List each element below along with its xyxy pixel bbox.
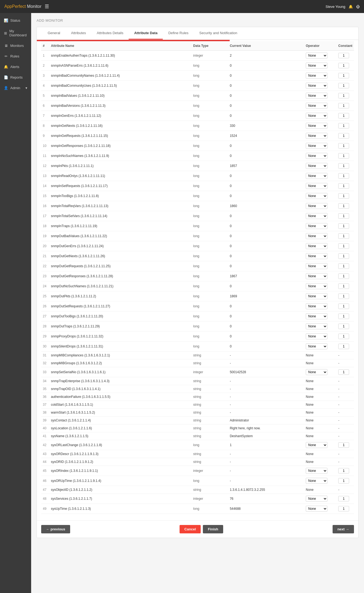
operator-select[interactable]: None<><=>==!= <box>306 283 327 289</box>
constant-input[interactable] <box>338 223 349 229</box>
operator-select[interactable]: None<><=>==!= <box>306 113 327 119</box>
operator-select[interactable]: None<><=>==!= <box>306 293 327 299</box>
operator-select[interactable]: None<><=>==!= <box>306 213 327 219</box>
constant-input[interactable] <box>338 103 349 108</box>
constant-cell[interactable] <box>337 51 354 61</box>
constant-input[interactable] <box>338 113 349 118</box>
operator-select[interactable]: None<><=>==!= <box>306 123 327 129</box>
operator-select[interactable]: None<><=>==!= <box>306 193 327 199</box>
sidebar-item-admin[interactable]: 👤 Admin ▾ <box>0 83 31 93</box>
constant-input[interactable] <box>338 243 349 249</box>
operator-select[interactable]: None<><=>==!= <box>306 103 327 109</box>
operator-select[interactable]: None<><=>==!= <box>306 233 327 239</box>
operator-select[interactable]: None<><=>==!= <box>306 313 327 319</box>
operator-cell[interactable]: None<><=>==!= <box>304 131 337 141</box>
cancel-button[interactable]: Cancel <box>180 525 201 533</box>
operator-select[interactable]: None<><=>==!= <box>306 253 327 259</box>
constant-cell[interactable] <box>337 367 354 377</box>
constant-input[interactable] <box>338 344 349 349</box>
operator-select[interactable]: None<><=>==!= <box>306 273 327 279</box>
tab-attributes[interactable]: Attributes <box>66 27 91 40</box>
operator-cell[interactable]: None<><=>==!= <box>304 301 337 311</box>
operator-cell[interactable]: None<><=>==!= <box>304 171 337 181</box>
menu-icon[interactable]: ☰ <box>45 4 49 9</box>
operator-cell[interactable]: None<><=>==!= <box>304 261 337 271</box>
operator-cell[interactable]: None<><=>==!= <box>304 121 337 131</box>
constant-cell[interactable] <box>337 341 354 352</box>
constant-input[interactable] <box>338 73 349 78</box>
constant-input[interactable] <box>338 369 349 375</box>
operator-cell[interactable]: None<><=>==!= <box>304 191 337 201</box>
operator-cell[interactable]: None<><=>==!= <box>304 331 337 341</box>
operator-select[interactable]: None<><=>==!= <box>306 369 327 375</box>
constant-cell[interactable] <box>337 321 354 331</box>
operator-cell[interactable]: None<><=>==!= <box>304 494 337 504</box>
constant-cell[interactable] <box>337 251 354 261</box>
constant-cell[interactable] <box>337 231 354 241</box>
operator-select[interactable]: None<><=>==!= <box>306 153 327 159</box>
constant-cell[interactable] <box>337 271 354 281</box>
constant-cell[interactable] <box>337 171 354 181</box>
operator-cell[interactable]: None<><=>==!= <box>304 311 337 321</box>
operator-cell[interactable]: None<><=>==!= <box>304 101 337 111</box>
constant-cell[interactable] <box>337 61 354 71</box>
sidebar-item-status[interactable]: 📊 Status <box>0 15 31 26</box>
operator-select[interactable]: None<><=>==!= <box>306 506 327 512</box>
constant-cell[interactable] <box>337 111 354 121</box>
operator-select[interactable]: None<><=>==!= <box>306 223 327 229</box>
operator-cell[interactable]: None<><=>==!= <box>304 81 337 91</box>
constant-input[interactable] <box>338 193 349 199</box>
constant-input[interactable] <box>338 468 349 473</box>
constant-input[interactable] <box>338 83 349 88</box>
constant-cell[interactable] <box>337 121 354 131</box>
operator-cell[interactable]: None<><=>==!= <box>304 221 337 231</box>
constant-input[interactable] <box>338 283 349 289</box>
constant-cell[interactable] <box>337 191 354 201</box>
constant-cell[interactable] <box>337 440 354 450</box>
operator-select[interactable]: None<><=>==!= <box>306 468 327 474</box>
constant-input[interactable] <box>338 442 349 448</box>
constant-cell[interactable] <box>337 211 354 221</box>
operator-cell[interactable]: None<><=>==!= <box>304 111 337 121</box>
constant-input[interactable] <box>338 123 349 128</box>
constant-cell[interactable] <box>337 494 354 504</box>
tab-security-notification[interactable]: Security and Notification <box>194 27 243 40</box>
constant-input[interactable] <box>338 143 349 149</box>
operator-select[interactable]: None<><=>==!= <box>306 63 327 69</box>
power-icon[interactable]: ⏻ <box>356 5 360 9</box>
operator-select[interactable]: None<><=>==!= <box>306 53 327 59</box>
sidebar-item-monitors[interactable]: 🖥 Monitors <box>0 40 31 51</box>
constant-input[interactable] <box>338 93 349 98</box>
constant-cell[interactable] <box>337 141 354 151</box>
operator-cell[interactable]: None<><=>==!= <box>304 291 337 301</box>
operator-select[interactable]: None<><=>==!= <box>306 203 327 209</box>
constant-cell[interactable] <box>337 81 354 91</box>
operator-cell[interactable]: None<><=>==!= <box>304 51 337 61</box>
constant-cell[interactable] <box>337 181 354 191</box>
constant-input[interactable] <box>338 213 349 219</box>
constant-input[interactable] <box>338 53 349 58</box>
operator-cell[interactable]: None<><=>==!= <box>304 211 337 221</box>
constant-cell[interactable] <box>337 301 354 311</box>
operator-select[interactable]: None<><=>==!= <box>306 496 327 502</box>
operator-select[interactable]: None<><=>==!= <box>306 263 327 269</box>
operator-cell[interactable]: None<><=>==!= <box>304 61 337 71</box>
constant-input[interactable] <box>338 478 349 484</box>
tab-attribute-data[interactable]: Attribute Data <box>129 27 163 40</box>
constant-input[interactable] <box>338 163 349 169</box>
operator-select[interactable]: None<><=>==!= <box>306 183 327 189</box>
operator-cell[interactable]: None<><=>==!= <box>304 231 337 241</box>
operator-cell[interactable]: None<><=>==!= <box>304 476 337 486</box>
constant-input[interactable] <box>338 253 349 259</box>
constant-cell[interactable] <box>337 131 354 141</box>
operator-select[interactable]: None<><=>==!= <box>306 303 327 309</box>
constant-cell[interactable] <box>337 291 354 301</box>
operator-cell[interactable]: None<><=>==!= <box>304 241 337 251</box>
constant-input[interactable] <box>338 183 349 189</box>
constant-cell[interactable] <box>337 71 354 81</box>
operator-select[interactable]: None<><=>==!= <box>306 442 327 448</box>
operator-cell[interactable]: None<><=>==!= <box>304 341 337 352</box>
operator-cell[interactable]: None<><=>==!= <box>304 251 337 261</box>
operator-cell[interactable]: None<><=>==!= <box>304 271 337 281</box>
tab-define-rules[interactable]: Define Rules <box>163 27 194 40</box>
